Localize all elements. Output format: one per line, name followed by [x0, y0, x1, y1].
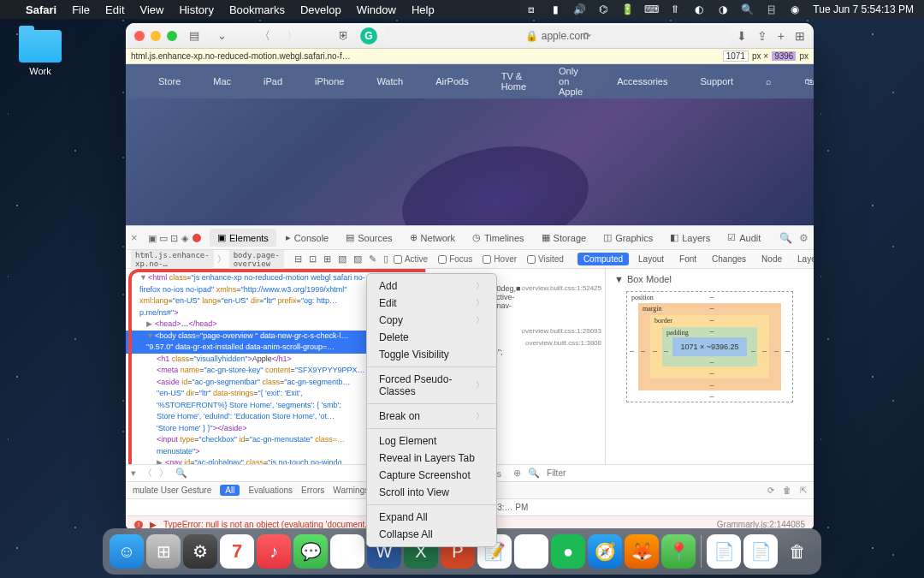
inspector-close-icon[interactable]: ×	[131, 231, 146, 244]
nav-support[interactable]: Support	[700, 76, 733, 86]
check-focus[interactable]: Focus	[438, 254, 472, 264]
context-menu-expand-all[interactable]: Expand All	[367, 509, 496, 526]
tabs-icon[interactable]: ⊞	[795, 29, 805, 43]
check-visited[interactable]: Visited	[527, 254, 564, 264]
dock-safari[interactable]: 🧭	[588, 534, 622, 569]
menu-history[interactable]: History	[179, 3, 213, 16]
console-reload-icon[interactable]: ⟳	[767, 486, 774, 495]
tool-icon[interactable]: ▧	[338, 253, 346, 265]
tab-elements[interactable]: ▣Elements	[210, 229, 276, 247]
context-menu-edit[interactable]: Edit〉	[367, 295, 496, 312]
nav-accessories[interactable]: Accessories	[617, 76, 667, 86]
volume-icon[interactable]: 🔊	[573, 3, 585, 15]
tab-storage[interactable]: ▦Storage	[534, 229, 595, 247]
context-menu-reveal-in-layers-tab[interactable]: Reveal in Layers Tab	[367, 450, 496, 467]
nav-onlyapple[interactable]: Only on Apple	[559, 66, 584, 97]
dock-launchpad[interactable]: ⊞	[146, 534, 181, 569]
inspect-element-icon[interactable]: ▣	[148, 233, 157, 242]
window-close-button[interactable]	[134, 31, 145, 41]
nav-store[interactable]: Store	[158, 76, 181, 86]
dock-chrome[interactable]: ◉	[330, 534, 364, 569]
tool-icon[interactable]: ⊡	[309, 253, 317, 265]
dock-trash[interactable]: 🗑	[780, 534, 814, 569]
dock-maps[interactable]: 📍	[661, 534, 696, 569]
nav-ipad[interactable]: iPad	[264, 76, 282, 86]
nav-mac[interactable]: Mac	[213, 76, 231, 86]
styletab-layers[interactable]: Layers	[791, 253, 814, 265]
context-menu-delete[interactable]: Delete	[367, 329, 496, 346]
styletab-node[interactable]: Node	[755, 253, 788, 265]
forward-button[interactable]: 〉	[281, 27, 302, 45]
inspector-error-indicator-icon[interactable]	[192, 234, 201, 242]
dom-nav-forward-icon[interactable]: 〉	[159, 467, 169, 480]
tool-icon[interactable]: ✎	[369, 253, 376, 265]
sidebar-dropdown-icon[interactable]: ⌄	[211, 27, 232, 45]
tab-console[interactable]: ▸Console	[278, 229, 336, 247]
bluetooth-icon[interactable]: ⌬	[597, 3, 609, 15]
privacy-report-icon[interactable]: ⛨	[333, 27, 353, 45]
context-menu-break-on[interactable]: Break on〉	[367, 408, 496, 425]
tab-graphics[interactable]: ◫Graphics	[595, 229, 660, 247]
window-zoom-button[interactable]	[167, 31, 177, 41]
nav-bag-icon[interactable]: 🛍	[804, 76, 814, 86]
dom-nav-back-icon[interactable]: 〈	[143, 467, 152, 480]
console-expand-icon[interactable]: ⇱	[800, 486, 807, 495]
back-button[interactable]: 〈	[254, 27, 275, 45]
filter-warnings[interactable]: Warnings	[333, 486, 369, 495]
window-minimize-button[interactable]	[151, 31, 161, 41]
dock-settings[interactable]: ⚙	[183, 534, 217, 569]
dock-doc2[interactable]: 📄	[743, 534, 778, 569]
context-menu-toggle-visibility[interactable]: Toggle Visibility	[367, 346, 496, 363]
downloads-icon[interactable]: ⬇	[737, 29, 747, 43]
filter-all[interactable]: All	[220, 485, 240, 496]
tab-audit[interactable]: ☑Audit	[720, 229, 768, 247]
clock-icon[interactable]: ◑	[717, 3, 729, 15]
sidebar-button[interactable]: ▤	[184, 27, 204, 45]
user-icon[interactable]: ◐	[693, 3, 705, 15]
context-menu-copy[interactable]: Copy〉	[367, 312, 496, 329]
dock-slack[interactable]: ⁂	[514, 534, 548, 569]
breadcrumb-html[interactable]: html.js.enhance-xp.no-…	[131, 250, 214, 269]
emulate-gesture[interactable]: mulate User Gesture	[133, 486, 211, 495]
dock-doc1[interactable]: 📄	[707, 534, 741, 569]
control-center-icon[interactable]: ⌸	[765, 3, 777, 15]
nav-tvhome[interactable]: TV & Home	[501, 71, 526, 92]
context-menu-forced-pseudo-classes[interactable]: Forced Pseudo-Classes〉	[367, 371, 496, 400]
menu-edit[interactable]: Edit	[105, 3, 124, 16]
dock-music[interactable]: ♪	[257, 534, 291, 569]
battery-icon[interactable]: 🔋	[621, 3, 633, 15]
nav-search-icon[interactable]: ⌕	[766, 76, 772, 86]
inspect-ruler-icon[interactable]: ▭	[159, 233, 169, 242]
nav-watch[interactable]: Watch	[376, 76, 403, 86]
new-tab-icon[interactable]: +	[778, 29, 785, 43]
check-active[interactable]: Active	[394, 254, 428, 264]
desktop-folder-work[interactable]: Work	[19, 30, 62, 76]
filter-input[interactable]	[547, 468, 808, 478]
tool-icon[interactable]: ⊞	[323, 253, 331, 265]
tool-icon[interactable]: ▨	[353, 253, 362, 265]
styletab-computed[interactable]: Computed	[578, 253, 629, 265]
share-icon[interactable]: ⇪	[757, 29, 767, 43]
filter-evaluations[interactable]: Evaluations	[248, 486, 293, 495]
context-menu-collapse-all[interactable]: Collapse All	[367, 526, 496, 543]
keyboard-icon[interactable]: ⌨	[645, 3, 657, 15]
dock-finder[interactable]: ☺	[110, 534, 144, 569]
menubar-datetime[interactable]: Tue Jun 7 5:54:13 PM	[813, 3, 914, 15]
reload-icon[interactable]: ⟳	[583, 30, 591, 42]
url-bar[interactable]: 🔒 apple.com ⟳	[384, 26, 730, 46]
filter-errors[interactable]: Errors	[301, 486, 324, 495]
dock-spotify[interactable]: ●	[551, 534, 585, 569]
tab-timelines[interactable]: ◷Timelines	[465, 229, 532, 247]
context-menu-scroll-into-view[interactable]: Scroll into View	[367, 484, 496, 501]
nav-iphone[interactable]: iPhone	[315, 76, 344, 86]
styletab-changes[interactable]: Changes	[706, 253, 752, 265]
menu-develop[interactable]: Develop	[300, 3, 341, 16]
dock-firefox[interactable]: 🦊	[625, 534, 659, 569]
menu-view[interactable]: View	[140, 3, 164, 16]
console-clear-icon[interactable]: 🗑	[783, 486, 791, 495]
siri-icon[interactable]: ◉	[789, 3, 801, 15]
styletab-layout[interactable]: Layout	[632, 253, 670, 265]
breadcrumb-body[interactable]: body.page-overview	[229, 250, 284, 269]
menu-window[interactable]: Window	[357, 3, 396, 16]
menu-bookmarks[interactable]: Bookmarks	[229, 3, 285, 16]
